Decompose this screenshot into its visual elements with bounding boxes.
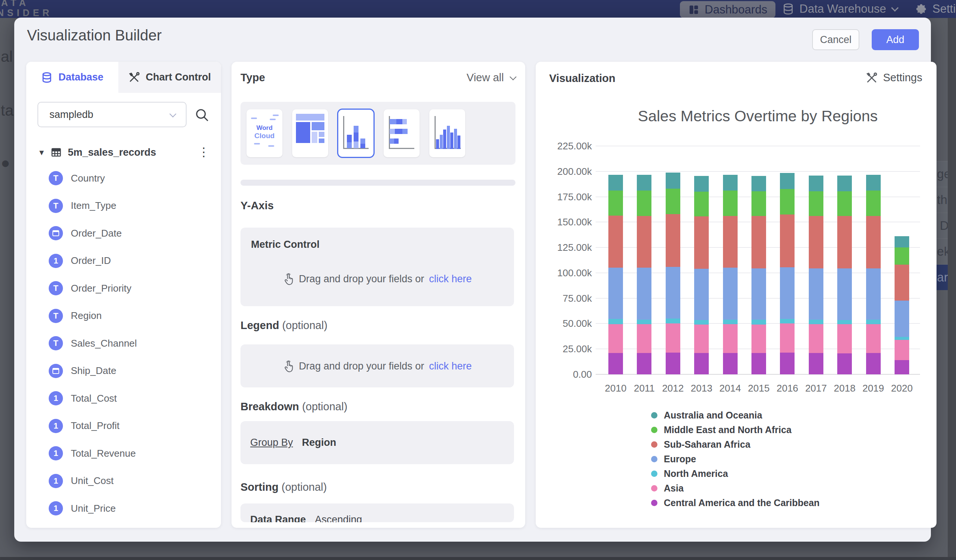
field-label: Total_Revenue (71, 448, 135, 459)
word-cloud-speck (268, 145, 274, 147)
glyph-block (458, 135, 461, 149)
stacked-bar-chart: 225.00k200.00k175.00k150.00k125.00k100.0… (536, 146, 937, 374)
field-row-unit_cost[interactable]: 1Unit_Cost (26, 467, 221, 495)
y-axis-drop-zone[interactable]: Metric Control Drag and drop your fields… (241, 227, 514, 306)
add-button[interactable]: Add (872, 29, 919, 50)
field-label: Order_Priority (71, 282, 132, 294)
field-type-date-icon (49, 226, 63, 240)
field-label: Ship_Date (71, 365, 116, 376)
chart-type-scrollbar[interactable] (241, 180, 516, 186)
bar-segment-asia (637, 324, 651, 353)
glyph-block (390, 119, 396, 124)
field-row-ship_date[interactable]: Ship_Date (26, 357, 221, 385)
glyph-block (440, 135, 443, 149)
field-row-country[interactable]: TCountry (26, 164, 221, 192)
database-panel: Database Chart Control sampledb ▾ 5m_sal… (26, 62, 221, 528)
word-cloud-glyph: Word (247, 124, 283, 132)
nav-label-settings: Settings (932, 2, 956, 16)
background-text-fragment: ● (1, 154, 10, 172)
bar-segment-north-america (752, 320, 766, 325)
legend-dot (651, 441, 657, 448)
visualization-builder-modal: Visualization Builder Cancel Add Databas… (14, 17, 931, 542)
y-axis-tick-label: 200.00k (536, 166, 592, 177)
bar-segment-europe (723, 268, 737, 319)
chart-type-stacked-column[interactable] (338, 109, 374, 157)
chart-type-treemap[interactable] (292, 109, 328, 157)
tools-icon (129, 72, 140, 83)
glyph-block (390, 129, 395, 134)
glyph-block (296, 114, 324, 121)
glyph-block (319, 132, 324, 137)
gridline (596, 171, 920, 172)
chart-type-column[interactable] (429, 109, 465, 157)
bar-segment-europe (752, 268, 766, 320)
bar-segment-australia-and-oceania (694, 176, 709, 191)
field-row-total_profit[interactable]: 1Total_Profit (26, 412, 221, 440)
nav-label-data-warehouse: Data Warehouse (799, 2, 886, 16)
nav-item-data-warehouse[interactable]: Data Warehouse (782, 0, 896, 18)
bar-segment-sub-saharan-africa (809, 216, 823, 268)
bar-segment-asia (723, 324, 737, 353)
field-label: Country (71, 173, 105, 184)
bar-segment-asia (780, 323, 794, 352)
database-icon (41, 72, 52, 83)
group-by-button[interactable]: Group By (250, 437, 293, 449)
kebab-menu-icon[interactable]: ⋮ (198, 145, 210, 159)
legend-item: Middle East and North Africa (651, 423, 820, 437)
nav-tab-dashboards[interactable]: Dashboards (680, 1, 775, 18)
nav-item-settings[interactable]: Settings (915, 0, 956, 18)
bar-segment-middle-east-and-north-africa (752, 191, 766, 216)
settings-button[interactable]: Settings (866, 72, 922, 84)
y-axis-tick-label: 225.00k (536, 140, 592, 152)
search-icon[interactable] (194, 107, 210, 123)
bar-segment-australia-and-oceania (666, 173, 680, 189)
view-all-dropdown[interactable]: View all (467, 72, 515, 84)
click-here-link[interactable]: click here (429, 273, 472, 285)
bar-segment-middle-east-and-north-africa (609, 191, 623, 215)
field-row-total_revenue[interactable]: 1Total_Revenue (26, 439, 221, 467)
legend-label: Australia and Oceania (664, 410, 762, 421)
field-label: Order_ID (71, 255, 111, 267)
chart-type-word-cloud[interactable]: WordCloud (247, 109, 283, 157)
field-row-order_id[interactable]: 1Order_ID (26, 247, 221, 275)
bar-segment-sub-saharan-africa (837, 216, 852, 268)
table-icon (50, 147, 62, 158)
glyph-block (403, 119, 407, 124)
legend-label: Asia (664, 483, 684, 494)
breakdown-group-by-card[interactable]: Group By Region (241, 421, 514, 464)
field-label: Unit_Price (71, 503, 116, 515)
app-logo: DATA INSIDER (0, 0, 52, 18)
field-row-order_date[interactable]: Order_Date (26, 220, 221, 247)
bar-segment-central-america-and-the-caribbean (723, 353, 737, 374)
bar-segment-north-america (837, 320, 852, 324)
visualization-heading: Visualization (549, 72, 615, 85)
bar-segment-central-america-and-the-caribbean (752, 353, 766, 374)
y-axis-tick-label: 0.00 (536, 369, 592, 380)
chart-type-stacked-bar[interactable] (384, 109, 420, 157)
legend-label: Central America and the Caribbean (664, 497, 820, 508)
field-row-item_type[interactable]: TItem_Type (26, 192, 221, 220)
legend-drop-zone[interactable]: Drag and drop your fields or click here (241, 344, 514, 387)
bar-segment-europe (666, 267, 680, 318)
sorting-card[interactable]: Data Range Ascending (241, 504, 514, 522)
glyph-block (390, 138, 394, 144)
tab-database[interactable]: Database (26, 62, 118, 93)
click-here-link[interactable]: click here (429, 361, 472, 372)
field-row-sales_channel[interactable]: TSales_Channel (26, 329, 221, 357)
word-cloud-glyph: Cloud (247, 132, 283, 140)
bar-segment-europe (609, 268, 623, 319)
field-row-order_priority[interactable]: TOrder_Priority (26, 275, 221, 302)
bar-segment-europe (780, 267, 794, 319)
field-row-region[interactable]: TRegion (26, 302, 221, 330)
bar-segment-sub-saharan-africa (666, 214, 680, 267)
bar-segment-australia-and-oceania (780, 173, 794, 189)
tab-chart-control[interactable]: Chart Control (118, 62, 221, 93)
word-cloud-speck (254, 143, 260, 144)
database-select[interactable]: sampledb (38, 102, 187, 127)
background-page-edge (948, 18, 956, 560)
legend-item: Asia (651, 481, 820, 496)
field-row-total_cost[interactable]: 1Total_Cost (26, 384, 221, 412)
cancel-button[interactable]: Cancel (812, 29, 859, 50)
table-tree-header[interactable]: ▾ 5m_sales_records ⋮ (26, 142, 221, 163)
field-row-unit_price[interactable]: 1Unit_Price (26, 494, 221, 522)
